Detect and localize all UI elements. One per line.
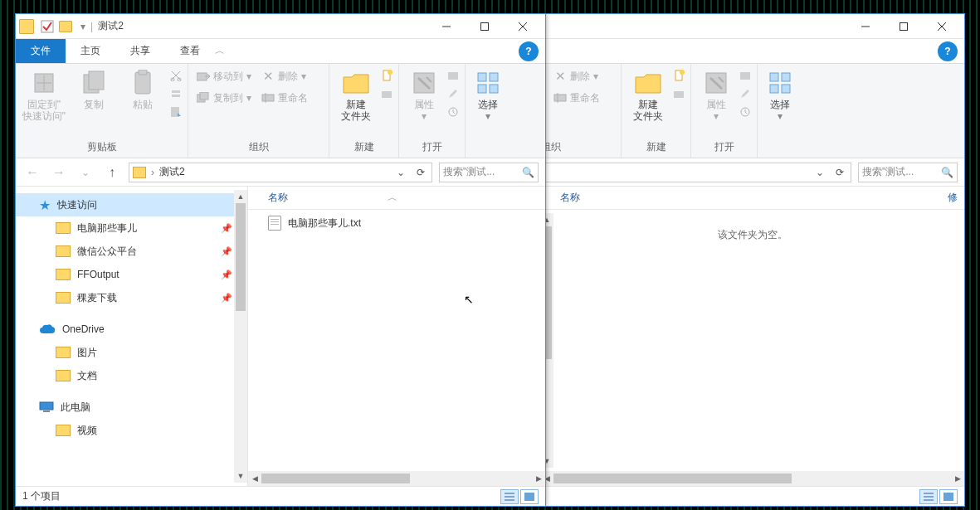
breadcrumb-item[interactable]: 测试2	[159, 165, 185, 179]
breadcrumb[interactable]: › 测试2 ⌄ ⟳	[129, 163, 432, 182]
folder-icon	[19, 19, 34, 34]
svg-rect-58	[478, 85, 486, 93]
file-row[interactable]: 电脑那些事儿.txt	[248, 213, 545, 233]
svg-rect-25	[782, 85, 790, 93]
pin-quickaccess-button: 固定到" 快速访问"	[21, 67, 67, 122]
new-folder-button[interactable]: 新建 文件夹	[334, 67, 377, 122]
collapse-ribbon-icon[interactable]: ︿	[215, 44, 225, 58]
svg-rect-20	[740, 72, 750, 80]
pin-icon: 📌	[221, 223, 232, 234]
sort-indicator-icon: ︿	[388, 191, 397, 205]
svg-rect-42	[172, 90, 180, 93]
new-item-icon[interactable]	[380, 69, 393, 82]
properties-button: 属性▾	[404, 67, 443, 122]
open-icon	[446, 69, 460, 82]
maximize-button[interactable]	[466, 15, 504, 38]
svg-rect-39	[139, 70, 147, 75]
history-icon	[739, 105, 752, 119]
svg-rect-47	[200, 92, 208, 100]
file-area[interactable]: 名称修 该文件夹为空。 ▲▼ ◀▶	[540, 187, 964, 486]
icons-view-button[interactable]	[520, 489, 539, 504]
folder-icon	[56, 222, 71, 234]
svg-rect-56	[478, 73, 486, 81]
select-button[interactable]: 选择▾	[763, 67, 797, 122]
chevron-down-icon[interactable]: ⌄	[393, 167, 408, 178]
close-button[interactable]	[504, 15, 542, 38]
svg-point-17	[680, 70, 685, 75]
svg-rect-23	[782, 73, 790, 81]
svg-rect-43	[172, 95, 180, 97]
icons-view-button[interactable]	[939, 489, 958, 504]
folder-icon	[133, 167, 146, 178]
select-button[interactable]: 选择▾	[470, 67, 505, 122]
svg-rect-54	[448, 72, 458, 80]
new-folder-button[interactable]: 新建 文件夹	[627, 67, 669, 122]
nav-item[interactable]: 稞麦下载📌	[16, 286, 247, 309]
chevron-down-icon[interactable]: ⌄	[812, 167, 827, 178]
address-bar: ← → ⌄ ↑ › 测试2 ⌄ ⟳ 搜索"测试...🔍	[16, 158, 545, 187]
svg-rect-29	[943, 493, 953, 501]
minimize-button[interactable]	[427, 15, 466, 38]
tab-file[interactable]: 文件	[16, 39, 66, 63]
nav-item[interactable]: 视频	[16, 419, 247, 442]
nav-item[interactable]: FFOutput📌	[16, 263, 247, 286]
easy-access-icon	[672, 87, 685, 100]
forward-button: →	[49, 165, 69, 180]
svg-rect-14	[554, 95, 566, 101]
refresh-icon[interactable]: ⟳	[413, 167, 428, 178]
tab-home[interactable]: 主页	[66, 39, 115, 63]
hscrollbar[interactable]: ◀▶	[248, 471, 545, 486]
search-icon: 🔍	[941, 167, 953, 178]
search-input[interactable]: 搜索"测试...🔍	[858, 163, 958, 182]
status-bar: 1 个项目	[16, 486, 545, 506]
nav-quick-access[interactable]: ★快速访问	[16, 193, 247, 216]
search-input[interactable]: 搜索"测试...🔍	[439, 163, 539, 182]
nav-onedrive[interactable]: OneDrive	[16, 318, 247, 341]
rename-button: 重命名	[550, 89, 603, 107]
nav-item[interactable]: 图片	[16, 341, 247, 364]
recent-dropdown[interactable]: ⌄	[76, 167, 95, 178]
back-button: ←	[22, 165, 42, 180]
tab-share[interactable]: 共享	[115, 39, 165, 63]
svg-rect-65	[524, 493, 534, 501]
up-button[interactable]: ↑	[102, 165, 122, 180]
svg-rect-57	[490, 73, 498, 81]
column-header[interactable]: 名称︿	[248, 187, 545, 210]
qat-dropdown-icon[interactable]: ▾	[80, 21, 85, 32]
pc-icon	[39, 401, 54, 413]
refresh-icon[interactable]: ⟳	[832, 167, 847, 178]
textfile-icon	[268, 216, 281, 231]
maximize-button[interactable]	[885, 15, 923, 38]
new-item-icon[interactable]	[672, 69, 685, 82]
ribbon-tabs: 文件 主页 共享 查看 ︿ ?	[16, 39, 545, 64]
qat-folder-icon[interactable]	[59, 21, 72, 32]
svg-rect-60	[40, 402, 53, 410]
nav-this-pc[interactable]: 此电脑	[16, 396, 247, 419]
minimize-button[interactable]	[846, 15, 885, 38]
svg-rect-37	[89, 71, 104, 90]
nav-item[interactable]: 文档	[16, 364, 247, 387]
folder-icon	[56, 245, 71, 257]
folder-icon	[56, 370, 71, 381]
folder-icon	[56, 269, 71, 280]
nav-item[interactable]: 微信公众平台📌	[16, 240, 247, 263]
help-icon[interactable]: ?	[519, 41, 539, 61]
svg-rect-61	[43, 410, 50, 412]
details-view-button[interactable]	[919, 489, 938, 504]
group-label-new: 新建	[622, 138, 690, 158]
help-icon[interactable]: ?	[938, 41, 958, 61]
column-header[interactable]: 名称修	[540, 187, 964, 210]
copy-button: 复制	[71, 67, 117, 110]
close-button[interactable]	[923, 15, 961, 38]
nav-pane[interactable]: ★快速访问 电脑那些事儿📌 微信公众平台📌 FFOutput📌 稞麦下载📌 On…	[16, 187, 248, 486]
details-view-button[interactable]	[500, 489, 519, 504]
search-icon: 🔍	[522, 167, 534, 178]
qat-checkbox-icon[interactable]	[41, 20, 54, 33]
titlebar[interactable]: ▾ | 测试2	[16, 14, 545, 39]
file-area[interactable]: 名称︿ 电脑那些事儿.txt ↖ ◀▶	[248, 187, 545, 486]
scrollbar[interactable]: ▲▼	[234, 190, 247, 483]
tab-view[interactable]: 查看	[165, 39, 215, 63]
hscrollbar[interactable]: ◀▶	[540, 471, 964, 486]
delete-button: ✕删除▾	[258, 67, 310, 85]
nav-item[interactable]: 电脑那些事儿📌	[16, 216, 247, 240]
